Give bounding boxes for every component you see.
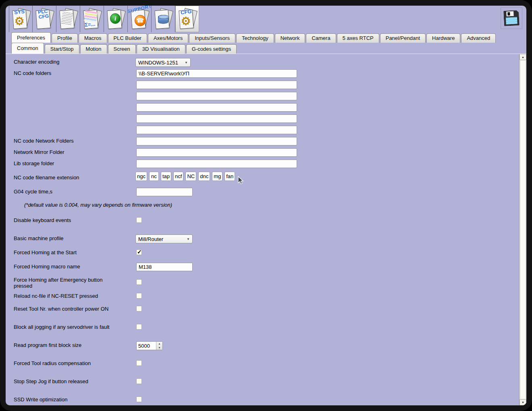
g04-cycle-time-input[interactable] (136, 188, 193, 196)
app-window: SYS ⚙ PLCCFG (6, 6, 526, 405)
highlight-stripes-glyph (84, 10, 98, 23)
character-encoding-label: Character encoding (14, 59, 131, 65)
tab-g-codes-settings[interactable]: G-codes settings (186, 44, 237, 54)
tab-start-stop[interactable]: Start/Stop (45, 44, 79, 54)
forced-tool-radius-checkbox[interactable] (136, 360, 142, 366)
network-mirror-folder-input[interactable] (136, 148, 297, 157)
form-row: NC code Network Folders (6, 137, 519, 146)
read-block-size-input[interactable] (137, 342, 156, 350)
form-row (6, 114, 519, 123)
nc-extension-input[interactable]: dnc (198, 172, 210, 181)
form-row: Character encoding WINDOWS-1251 ▼ (6, 58, 519, 67)
nc-folder-input-5[interactable] (136, 114, 297, 123)
nc-extension-input[interactable]: fan (224, 172, 235, 181)
plc-cfg-papers-icon: PLCCFG (34, 8, 54, 30)
plc-cfg-button[interactable]: PLCCFG (33, 6, 56, 32)
forced-tool-radius-label: Forced Tool radius compensation (14, 360, 131, 366)
reload-ncfile-label: Reload nc-file if NC-RESET pressed (14, 293, 131, 299)
g04-cycle-time-label: G04 cycle time,s (14, 189, 131, 195)
form-row: Block all jogging if any servodriver is … (6, 323, 519, 332)
tab-plc-builder[interactable]: PLC Builder (108, 33, 147, 43)
save-button[interactable] (501, 7, 522, 29)
form-row: Reset Tool Nr. when controller power ON (6, 305, 519, 314)
nc-extension-list: ngc nc tap ncf NC dnc mg fan (135, 172, 235, 181)
tab-technology[interactable]: Technology (236, 33, 274, 43)
tab-hardware[interactable]: Hardware (426, 33, 460, 43)
ssd-write-checkbox[interactable] (136, 396, 142, 402)
database-papers-icon (153, 8, 173, 30)
settings-form: Character encoding WINDOWS-1251 ▼ NC cod… (6, 54, 519, 405)
nc-extension-input[interactable]: tap (161, 172, 171, 181)
tab-profile[interactable]: Profile (52, 33, 78, 43)
tab-network[interactable]: Network (275, 33, 305, 43)
form-row: Stop Step Jog if button released (6, 378, 519, 386)
basic-machine-profile-select[interactable]: Mill/Router ▼ (135, 235, 193, 243)
nc-extension-input[interactable]: nc (149, 172, 159, 181)
tab-common[interactable]: Common (11, 43, 44, 54)
nc-extension-input[interactable]: mg (212, 172, 222, 181)
info-button[interactable]: i (104, 6, 128, 32)
disable-keyboard-checkbox[interactable] (136, 217, 142, 223)
nc-folder-input-3[interactable] (136, 92, 297, 100)
scroll-down-icon: ▼ (522, 401, 524, 404)
form-row: NC code folders (6, 69, 519, 78)
force-homing-emergency-label: Force Homing after Emergency button pres… (14, 277, 118, 289)
tab-inputs-sensors[interactable]: Inputs/Sensors (189, 33, 235, 43)
stop-step-jog-checkbox[interactable] (136, 378, 142, 384)
tab-motion[interactable]: Motion (80, 44, 107, 54)
character-encoding-select[interactable]: WINDOWS-1251 ▼ (135, 58, 191, 67)
tab-advanced[interactable]: Advanced (461, 33, 496, 43)
database-button[interactable] (152, 6, 175, 32)
block-jogging-checkbox[interactable] (136, 324, 142, 330)
nc-extension-input[interactable]: ngc (135, 172, 147, 181)
form-row: Force Homing after Emergency button pres… (6, 276, 519, 290)
scroll-up-button[interactable]: ▲ (520, 54, 526, 60)
nc-extension-input[interactable]: ncf (173, 172, 183, 181)
vertical-scrollbar[interactable]: ▲ ▼ (519, 54, 526, 405)
scrollbar-thumb[interactable] (520, 60, 526, 399)
reload-ncfile-checkbox[interactable] (136, 293, 142, 299)
plc-cfg-label: PLCCFG (38, 9, 49, 20)
tab-panel-pendant[interactable]: Panel/Pendant (380, 33, 426, 43)
tab-macros[interactable]: Macros (79, 33, 107, 43)
form-row: Lib storage folder (6, 160, 519, 168)
nc-extension-input[interactable]: NC (185, 172, 196, 181)
nc-folder-input-6[interactable] (136, 126, 297, 134)
tab-screen[interactable]: Screen (108, 44, 136, 54)
scroll-down-button[interactable]: ▼ (520, 399, 526, 405)
cfg-button-selected[interactable]: CFG ⚙ (175, 6, 199, 32)
spin-down-icon[interactable]: ▼ (156, 346, 162, 350)
form-row: Forced Homing macro name (6, 263, 519, 272)
tab-preferences[interactable]: Preferences (11, 32, 51, 43)
info-papers-icon: i (106, 8, 126, 30)
read-block-size-label: Read program first block size (14, 342, 131, 348)
reset-tool-nr-checkbox[interactable] (136, 306, 142, 311)
forced-homing-macro-label: Forced Homing macro name (14, 264, 131, 270)
force-homing-emergency-checkbox[interactable] (136, 279, 142, 285)
form-row: Reload nc-file if NC-RESET pressed (6, 292, 519, 301)
document-button[interactable] (56, 6, 80, 32)
tab-camera[interactable]: Camera (306, 33, 336, 43)
support-button[interactable]: SUPPORT ☎ (128, 6, 152, 32)
forced-homing-macro-input[interactable] (136, 263, 193, 271)
nc-folder-input-2[interactable] (136, 81, 297, 89)
chevron-down-icon: ▼ (181, 61, 188, 64)
toolbar-icon-strip: SYS ⚙ PLCCFG (9, 6, 199, 32)
forced-homing-start-checkbox[interactable]: ✓ (136, 249, 142, 255)
nc-network-folders-input[interactable] (136, 137, 297, 145)
ssd-write-label: SSD Write optimization (14, 396, 131, 403)
tab-3d-visualisation[interactable]: 3D Visualisation (137, 44, 185, 54)
read-block-size-spinner: ▲ ▼ (136, 341, 163, 350)
sys-config-button[interactable]: SYS ⚙ (9, 6, 33, 32)
tab-axes-motors[interactable]: Axes/Motors (148, 33, 188, 43)
nc-extension-label: NC code filename extension (14, 174, 131, 181)
lib-storage-folder-input[interactable] (136, 160, 297, 168)
reset-tool-nr-label: Reset Tool Nr. when controller power ON (14, 306, 131, 312)
summary-button[interactable]: Σ=... (80, 6, 104, 32)
support-phone-icon: SUPPORT ☎ (129, 8, 150, 30)
tab-5-axes-rtcp[interactable]: 5 axes RTCP (337, 33, 379, 43)
network-mirror-folder-label: Network Mirror Folder (14, 149, 131, 155)
spin-up-icon[interactable]: ▲ (156, 342, 162, 346)
nc-folder-input-4[interactable] (136, 103, 297, 112)
nc-folder-input-1[interactable] (136, 69, 297, 78)
